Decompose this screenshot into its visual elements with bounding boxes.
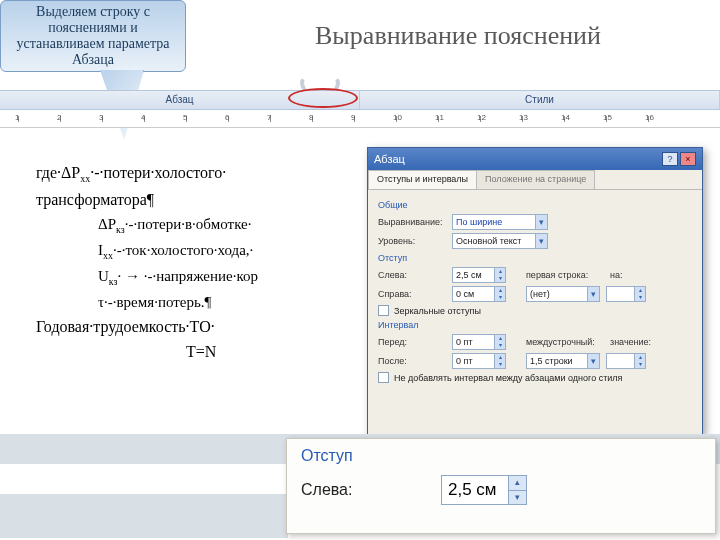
- callout-bubble: Выделяем строку с пояснениями и устанавл…: [0, 0, 186, 72]
- first-line-select[interactable]: (нет)▾: [526, 286, 600, 302]
- step-up-icon[interactable]: ▴: [494, 268, 505, 275]
- level-select[interactable]: Основной текст▾: [452, 233, 548, 249]
- page-break-strip: [0, 494, 288, 538]
- space-before-label: Перед:: [378, 337, 446, 347]
- alignment-label: Выравнивание:: [378, 217, 446, 227]
- step-up-icon[interactable]: ▴: [508, 476, 526, 491]
- line-spacing-label: междустрочный:: [526, 337, 604, 347]
- dialog-help-button[interactable]: ?: [662, 152, 678, 166]
- step-up-icon[interactable]: ▴: [494, 287, 505, 294]
- line-spacing-select[interactable]: 1,5 строки▾: [526, 353, 600, 369]
- zoom-group-label: Отступ: [301, 447, 701, 465]
- tab-indents-spacing[interactable]: Отступы и интервалы: [368, 170, 477, 189]
- indent-left-label: Слева:: [378, 270, 446, 280]
- alignment-select[interactable]: По ширине▾: [452, 214, 548, 230]
- tab-page-position[interactable]: Положение на странице: [476, 170, 595, 189]
- zoom-indent-left-value: 2,5 см: [448, 480, 497, 500]
- highlight-circle-icon: [288, 88, 358, 108]
- mirror-indents-checkbox[interactable]: [378, 305, 389, 316]
- indent-right-label: Справа:: [378, 289, 446, 299]
- slide-title: Выравнивание пояснений: [186, 0, 720, 72]
- group-general-label: Общие: [378, 200, 692, 210]
- first-line-on-spinner[interactable]: ▴▾: [606, 286, 646, 302]
- horizontal-ruler[interactable]: 12345678910111213141516: [0, 110, 720, 128]
- chevron-down-icon: ▾: [587, 287, 599, 301]
- no-add-space-label: Не добавлять интервал между абзацами одн…: [394, 373, 622, 383]
- indent-zoom-panel: Отступ Слева: 2,5 см ▴▾: [286, 438, 716, 534]
- ribbon-group-styles[interactable]: Стили: [360, 91, 720, 109]
- mirror-indents-label: Зеркальные отступы: [394, 306, 481, 316]
- chevron-down-icon: ▾: [535, 215, 547, 229]
- level-label: Уровень:: [378, 236, 446, 246]
- step-down-icon[interactable]: ▾: [494, 294, 505, 301]
- value-label: значение:: [610, 337, 656, 347]
- ribbon-bar: Абзац Стили: [0, 90, 720, 110]
- space-after-label: После:: [378, 356, 446, 366]
- indent-left-spinner[interactable]: 2,5 см▴▾: [452, 267, 506, 283]
- dialog-titlebar[interactable]: Абзац ? ×: [368, 148, 702, 170]
- first-on-label: на:: [610, 270, 632, 280]
- step-down-icon[interactable]: ▾: [508, 491, 526, 505]
- zoom-left-label: Слева:: [301, 481, 401, 499]
- space-after-spinner[interactable]: 0 пт▴▾: [452, 353, 506, 369]
- callout-text: Выделяем строку с пояснениями и устанавл…: [7, 4, 179, 68]
- chevron-down-icon: ▾: [587, 354, 599, 368]
- step-down-icon[interactable]: ▾: [494, 275, 505, 282]
- space-before-spinner[interactable]: 0 пт▴▾: [452, 334, 506, 350]
- first-line-label: первая строка:: [526, 270, 604, 280]
- chevron-down-icon: ▾: [535, 234, 547, 248]
- close-icon[interactable]: ×: [680, 152, 696, 166]
- group-spacing-label: Интервал: [378, 320, 692, 330]
- zoom-indent-left-spinner[interactable]: 2,5 см ▴▾: [441, 475, 527, 505]
- doc-text: где·ΔР: [36, 164, 80, 181]
- group-indent-label: Отступ: [378, 253, 692, 263]
- dialog-title-text: Абзац: [374, 153, 405, 165]
- paragraph-dialog: Абзац ? × Отступы и интервалы Положение …: [367, 147, 703, 435]
- line-spacing-value-spinner[interactable]: ▴▾: [606, 353, 646, 369]
- indent-right-spinner[interactable]: 0 см▴▾: [452, 286, 506, 302]
- no-add-space-checkbox[interactable]: [378, 372, 389, 383]
